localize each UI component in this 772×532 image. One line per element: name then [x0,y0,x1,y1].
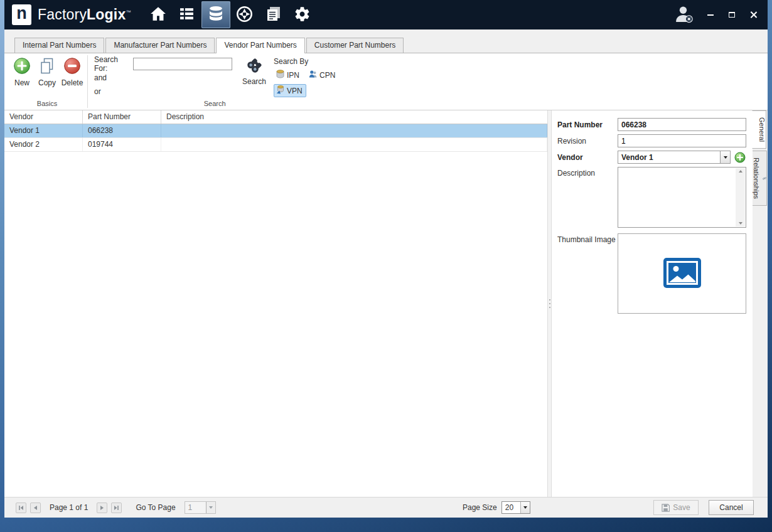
search-button[interactable]: Search [239,53,270,98]
nav-reports[interactable] [259,1,288,28]
vpn-icon [276,85,284,96]
part-number-label: Part Number [557,120,618,129]
add-vendor-button[interactable] [734,152,746,163]
delete-label: Delete [62,78,83,87]
minimize-icon [707,14,714,16]
cpn-icon [309,70,317,80]
detail-side-tabs: General Relationships [753,110,768,497]
part-number-tabs: Internal Part Numbers Manufacturer Part … [4,29,768,53]
cancel-button[interactable]: Cancel [709,500,754,515]
last-page-icon [114,505,119,511]
titlebar-right [674,5,760,25]
page-size-select[interactable]: 20 [501,501,530,514]
thumbnail-image-box[interactable] [618,233,746,314]
nav-production[interactable] [173,1,201,28]
search-group: Search For: and or Search Search By [90,53,339,110]
link-icon [763,175,766,182]
ribbon-separator [87,55,88,108]
tab-internal-part-numbers[interactable]: Internal Part Numbers [14,38,104,53]
revision-label: Revision [557,137,618,146]
ipn-label: IPN [287,71,299,80]
cell-part-number: 019744 [83,138,161,151]
window-frame: n FactoryLogix™ [0,0,772,532]
table-row[interactable]: Vendor 2 019744 [4,138,547,152]
chevron-down-icon [724,156,727,159]
close-button[interactable] [749,11,758,19]
copy-label: Copy [38,78,56,87]
search-input[interactable] [133,58,232,70]
save-label: Save [673,503,690,512]
vendor-label: Vendor [557,153,618,162]
revision-field[interactable] [618,134,746,147]
nav-part-numbers[interactable] [201,1,230,28]
save-icon [662,504,670,512]
user-logout-icon[interactable] [674,5,694,25]
next-page-button[interactable] [97,503,107,513]
copy-button[interactable]: Copy [35,53,60,98]
column-header-part-number[interactable]: Part Number [83,110,161,124]
nav-home[interactable] [144,1,173,28]
search-button-label: Search [242,77,266,86]
grid-header: Vendor Part Number Description [4,110,547,124]
page-size-arrow[interactable] [520,502,530,513]
search-by-vpn[interactable]: VPN [274,84,306,97]
go-to-page-select[interactable]: 1 [185,501,216,514]
new-button[interactable]: New [9,53,35,98]
first-page-button[interactable] [16,503,26,513]
tab-manufacturer-part-numbers[interactable]: Manufacturer Part Numbers [105,38,215,53]
description-field[interactable] [618,167,746,228]
thumbnail-label: Thumbnail Image [557,233,618,244]
save-button[interactable]: Save [653,500,699,515]
minimize-button[interactable] [706,11,715,19]
search-by-ipn[interactable]: IPN [274,68,303,82]
vendor-select-arrow[interactable] [720,151,730,163]
delete-icon [63,57,81,77]
nav-settings[interactable] [288,1,317,28]
chevron-down-icon [523,506,527,509]
database-icon [208,6,223,24]
brand-trademark: ™ [126,9,131,15]
ipn-icon [276,70,284,80]
next-page-icon [99,505,105,511]
column-header-description[interactable]: Description [161,110,547,124]
image-placeholder-icon [663,257,702,290]
part-number-field[interactable] [618,118,746,131]
tab-customer-part-numbers[interactable]: Customer Part Numbers [306,38,404,53]
description-scrollbar[interactable] [736,168,745,226]
side-tab-relationships-label: Relationships [753,157,760,199]
scroll-up-icon[interactable] [739,170,743,173]
delete-button[interactable]: Delete [60,53,85,98]
vendor-select-value: Vendor 1 [618,153,720,162]
copy-icon [39,57,55,77]
footer-bar: Page 1 of 1 Go To Page 1 Page Size 20 [4,497,768,518]
basics-group: New Copy Delete Basics [9,53,85,110]
splitter-grip [549,299,550,301]
close-icon [750,11,757,18]
cell-description [161,124,547,137]
vpn-label: VPN [287,87,303,95]
nav-dispatch[interactable] [230,1,259,28]
search-by-section: Search By IPN [274,53,339,98]
side-tab-relationships[interactable]: Relationships [753,151,767,206]
app-logo: n [12,4,31,25]
scroll-down-icon[interactable] [739,222,743,225]
column-header-vendor[interactable]: Vendor [4,110,83,124]
previous-page-button[interactable] [30,503,41,513]
tab-vendor-part-numbers[interactable]: Vendor Part Numbers [216,38,304,53]
brand-title: FactoryLogix™ [38,6,131,23]
panel-splitter[interactable] [547,110,552,497]
footer-actions: Save Cancel [653,497,754,518]
app-window: n FactoryLogix™ [4,0,768,518]
main-nav [144,0,317,29]
search-by-label: Search By [274,57,339,66]
table-row[interactable]: Vendor 1 066238 [4,124,547,138]
search-by-cpn[interactable]: CPN [306,68,339,82]
vendor-part-grid: Vendor Part Number Description Vendor 1 … [4,110,547,497]
side-tab-general[interactable]: General [752,110,766,149]
search-and-label: and [94,73,107,82]
new-icon [13,57,31,77]
maximize-button[interactable] [727,11,736,19]
home-icon [150,6,166,23]
last-page-button[interactable] [111,503,122,513]
vendor-select[interactable]: Vendor 1 [618,151,731,164]
